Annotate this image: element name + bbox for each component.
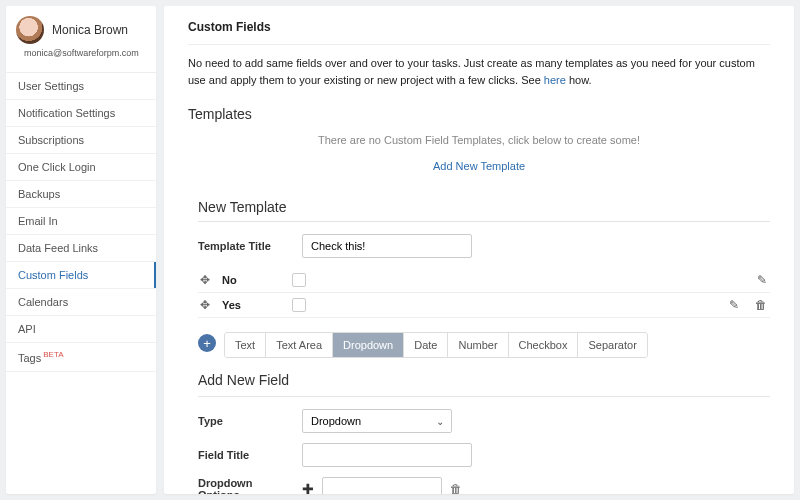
- checkbox[interactable]: [292, 273, 306, 287]
- main-content: Custom Fields No need to add same fields…: [164, 6, 794, 494]
- field-type-tabs: Text Text Area Dropdown Date Number Chec…: [224, 332, 648, 358]
- template-fields-list: ✥ No ✎ ✥ Yes ✎ 🗑: [198, 268, 770, 318]
- template-field-row: ✥ No ✎: [198, 268, 770, 293]
- sidebar-item-api[interactable]: API: [6, 316, 156, 343]
- sidebar-item-custom-fields[interactable]: Custom Fields: [6, 262, 156, 289]
- tab-text-area[interactable]: Text Area: [265, 333, 332, 357]
- sidebar-item-notification-settings[interactable]: Notification Settings: [6, 100, 156, 127]
- add-new-field-heading: Add New Field: [198, 372, 770, 388]
- field-name: Yes: [222, 299, 282, 311]
- field-type-label: Type: [198, 415, 288, 427]
- dropdown-option-input[interactable]: [322, 477, 442, 494]
- add-option-plus-icon[interactable]: ✚: [302, 481, 314, 494]
- edit-icon[interactable]: ✎: [726, 298, 742, 312]
- tab-number[interactable]: Number: [447, 333, 507, 357]
- new-template-heading: New Template: [198, 199, 770, 215]
- templates-empty-block: There are no Custom Field Templates, cli…: [188, 128, 770, 183]
- field-type-add-row: + Text Text Area Dropdown Date Number Ch…: [198, 328, 770, 358]
- field-name: No: [222, 274, 282, 286]
- sidebar-item-subscriptions[interactable]: Subscriptions: [6, 127, 156, 154]
- drag-handle-icon[interactable]: ✥: [198, 298, 212, 312]
- divider: [198, 221, 770, 222]
- sidebar-item-calendars[interactable]: Calendars: [6, 289, 156, 316]
- divider: [198, 396, 770, 397]
- settings-sidebar: Monica Brown monica@softwareforpm.com Us…: [6, 6, 156, 494]
- template-title-input[interactable]: [302, 234, 472, 258]
- field-title-label: Field Title: [198, 449, 288, 461]
- profile-email: monica@softwareforpm.com: [16, 48, 139, 58]
- intro-post: how.: [566, 74, 592, 86]
- profile-name: Monica Brown: [52, 23, 128, 37]
- templates-empty-text: There are no Custom Field Templates, cli…: [188, 134, 770, 146]
- sidebar-item-backups[interactable]: Backups: [6, 181, 156, 208]
- intro-pre: No need to add same fields over and over…: [188, 57, 755, 86]
- trash-icon[interactable]: 🗑: [450, 482, 462, 494]
- avatar: [16, 16, 44, 44]
- profile-block: Monica Brown monica@softwareforpm.com: [6, 16, 156, 66]
- templates-heading: Templates: [188, 106, 770, 122]
- field-type-select[interactable]: Dropdown: [302, 409, 452, 433]
- dropdown-options-label: Dropdown Options: [198, 477, 288, 494]
- checkbox[interactable]: [292, 298, 306, 312]
- beta-badge: BETA: [43, 350, 63, 359]
- trash-icon[interactable]: 🗑: [752, 298, 770, 312]
- tab-checkbox[interactable]: Checkbox: [508, 333, 578, 357]
- template-title-label: Template Title: [198, 240, 288, 252]
- tab-separator[interactable]: Separator: [577, 333, 646, 357]
- intro-text: No need to add same fields over and over…: [188, 55, 770, 88]
- field-title-input[interactable]: [302, 443, 472, 467]
- page-title: Custom Fields: [188, 20, 770, 34]
- sidebar-item-label: Tags: [18, 352, 41, 364]
- sidebar-item-user-settings[interactable]: User Settings: [6, 73, 156, 100]
- tab-dropdown[interactable]: Dropdown: [332, 333, 403, 357]
- tab-text[interactable]: Text: [225, 333, 265, 357]
- add-new-template-button[interactable]: Add New Template: [433, 160, 525, 172]
- add-field-plus-icon[interactable]: +: [198, 334, 216, 352]
- template-field-row: ✥ Yes ✎ 🗑: [198, 293, 770, 318]
- drag-handle-icon[interactable]: ✥: [198, 273, 212, 287]
- sidebar-item-one-click-login[interactable]: One Click Login: [6, 154, 156, 181]
- new-template-panel: New Template Template Title ✥ No ✎ ✥ Yes: [188, 199, 770, 494]
- sidebar-item-tags[interactable]: TagsBETA: [6, 343, 156, 372]
- intro-link[interactable]: here: [544, 74, 566, 86]
- sidebar-nav: User Settings Notification Settings Subs…: [6, 72, 156, 372]
- sidebar-item-data-feed-links[interactable]: Data Feed Links: [6, 235, 156, 262]
- tab-date[interactable]: Date: [403, 333, 447, 357]
- divider: [188, 44, 770, 45]
- edit-icon[interactable]: ✎: [754, 273, 770, 287]
- sidebar-item-email-in[interactable]: Email In: [6, 208, 156, 235]
